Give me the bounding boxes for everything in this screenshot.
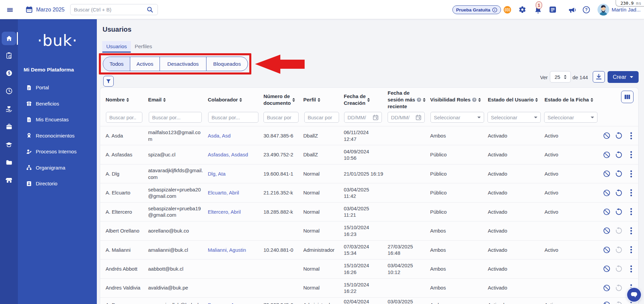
collaborator-link[interactable]: Malianni, Agustin [208, 247, 246, 253]
row-menu-button[interactable] [627, 227, 635, 235]
filter-todos[interactable]: Todos [103, 57, 130, 71]
column-settings-button[interactable] [621, 91, 634, 103]
tab-usuarios[interactable]: Usuarios [102, 41, 131, 52]
column-header-9[interactable]: Estado del Usuario ? [485, 96, 542, 103]
collaborator-link[interactable]: Asda, Asd [208, 133, 231, 139]
rail-item-talent[interactable] [2, 102, 16, 116]
reset-password-button[interactable] [615, 170, 623, 178]
column-header-10[interactable]: Estado de la Ficha ? [542, 96, 600, 103]
column-header-3[interactable]: Colaborador ? [205, 96, 261, 103]
rail-item-documents[interactable] [2, 156, 16, 169]
column-filter-date[interactable]: DD/MM/ [388, 112, 425, 123]
column-filter-input[interactable] [149, 112, 202, 123]
block-user-button[interactable] [603, 227, 611, 235]
help-icon[interactable]: ? [583, 6, 590, 13]
filter-button[interactable] [103, 76, 114, 87]
rail-item-time[interactable] [2, 84, 16, 98]
table-row[interactable]: A. Eltercero sebaspizaler+prueba19@gmail… [100, 202, 638, 221]
sidebar-item-organigrama[interactable]: Organigrama [18, 160, 97, 176]
collaborator-link[interactable]: Bramone, Ana [208, 302, 240, 304]
row-menu-button[interactable] [627, 208, 635, 216]
reset-password-button[interactable] [615, 246, 623, 254]
column-filter-select[interactable]: Seleccionar [544, 112, 597, 123]
create-button[interactable]: Crear [608, 71, 639, 83]
column-header-6[interactable]: Fecha de Creación ? [341, 93, 385, 107]
reset-password-button[interactable] [615, 265, 623, 273]
reset-password-button[interactable] [615, 189, 623, 197]
download-button[interactable] [593, 71, 605, 83]
tab-perfiles[interactable]: Perfiles [132, 41, 155, 52]
chat-fab[interactable] [627, 288, 641, 302]
block-user-button[interactable] [603, 170, 611, 178]
column-filter-input[interactable] [208, 112, 258, 123]
page-size-select[interactable]: 25 [550, 71, 571, 83]
table-row[interactable]: Andrés Abbott aabbott@buk.cl Normal 15/1… [100, 259, 638, 278]
sidebar-item-portal[interactable]: Portal [18, 80, 97, 96]
collaborator-link[interactable]: Dlg, Ata [208, 171, 226, 177]
calendar-icon[interactable] [26, 6, 32, 13]
table-row[interactable]: A. Demo anamaria.dlab@buk.cl Bramone, An… [100, 297, 638, 304]
megaphone-icon[interactable] [568, 6, 577, 13]
news-icon[interactable] [549, 6, 556, 13]
hamburger-menu-icon[interactable] [7, 8, 13, 12]
rail-item-home[interactable] [2, 32, 16, 45]
current-month-label[interactable]: Marzo 2025 [36, 7, 65, 13]
table-row[interactable]: A. Elcuarto sebaspizaler+prueba20@gmail.… [100, 183, 638, 202]
assistant-icon[interactable] [504, 6, 511, 13]
column-header-5[interactable]: Perfil ? [301, 96, 341, 103]
column-header-4[interactable]: Número de documento ? [261, 93, 301, 107]
block-user-button[interactable] [603, 208, 611, 216]
column-filter-input[interactable] [263, 112, 299, 123]
sidebar-item-directorio[interactable]: Directorio [18, 176, 97, 192]
trial-badge[interactable]: Prueba Gratuita [452, 5, 501, 14]
row-menu-button[interactable] [627, 246, 635, 254]
reset-password-button[interactable] [615, 151, 623, 159]
block-user-button[interactable] [603, 284, 611, 292]
table-row[interactable]: A. Asfasdas spiza@uc.cl Asfasdas, Asdasd… [100, 145, 638, 164]
row-menu-button[interactable] [627, 170, 635, 178]
row-menu-button[interactable] [627, 189, 635, 197]
reset-password-button[interactable] [615, 301, 623, 304]
search-icon[interactable] [146, 6, 153, 13]
collaborator-link[interactable]: Eltercero, Abril [208, 209, 241, 215]
collaborator-link[interactable]: Asfasdas, Asdasd [208, 152, 248, 157]
avatar[interactable] [597, 4, 609, 16]
reset-password-button[interactable] [615, 284, 623, 292]
block-user-button[interactable] [603, 132, 611, 140]
rail-item-remuneration[interactable]: $ [2, 66, 16, 80]
table-row[interactable]: A. Asda mailfalso123@gmail.com Asda, Asd… [100, 126, 638, 145]
column-filter-input[interactable] [304, 112, 339, 123]
row-menu-button[interactable] [627, 151, 635, 159]
block-user-button[interactable] [603, 265, 611, 273]
sidebar-item-procesos-internos[interactable]: Procesos Internos [18, 144, 97, 160]
filter-desactivados[interactable]: Desactivados [160, 57, 206, 71]
table-row[interactable]: A. Dlg atavaradjkljfkfds@gmail.com Dlg, … [100, 164, 638, 183]
column-header-8[interactable]: Visibilidad Roles ? [427, 96, 485, 103]
column-filter-date[interactable]: DD/MM/ [344, 112, 382, 123]
rail-item-tasks[interactable] [2, 49, 16, 62]
table-row[interactable]: Albert Orellano aorellano@buk.co Normal … [100, 221, 638, 240]
sidebar-item-mis-encuestas[interactable]: Mis Encuestas [18, 112, 97, 128]
block-user-button[interactable] [603, 301, 611, 304]
reset-password-button[interactable] [615, 208, 623, 216]
row-menu-button[interactable] [627, 265, 635, 273]
notification-badge[interactable]: 1 [536, 1, 542, 9]
rail-item-marketplace[interactable] [2, 174, 16, 187]
sidebar-item-beneficios[interactable]: Beneficios [18, 96, 97, 112]
collaborator-link[interactable]: Elcuarto, Abril [208, 190, 239, 195]
column-header-7[interactable]: Fecha de sesión más reciente ? [385, 90, 427, 110]
column-filter-input[interactable] [106, 112, 142, 123]
gear-icon[interactable] [519, 6, 526, 13]
filter-bloqueados[interactable]: Bloqueados [206, 57, 248, 71]
reset-password-button[interactable] [615, 132, 623, 140]
table-row[interactable]: A. Malianni amalianni@buk.cl Malianni, A… [100, 240, 638, 259]
row-menu-button[interactable] [627, 132, 635, 140]
user-name[interactable]: Martín Jad... [612, 7, 641, 13]
block-user-button[interactable] [603, 246, 611, 254]
rail-item-benefits[interactable] [2, 120, 16, 133]
sidebar-item-reconocimientos[interactable]: Reconocimientos [18, 128, 97, 144]
rail-item-education[interactable] [2, 138, 16, 151]
table-row[interactable]: Andres Valdivia avaldivia@buk.pe Normal … [100, 278, 638, 297]
column-filter-select[interactable]: Seleccionar [487, 112, 541, 123]
column-header-1[interactable]: Nombre ? [100, 96, 145, 103]
